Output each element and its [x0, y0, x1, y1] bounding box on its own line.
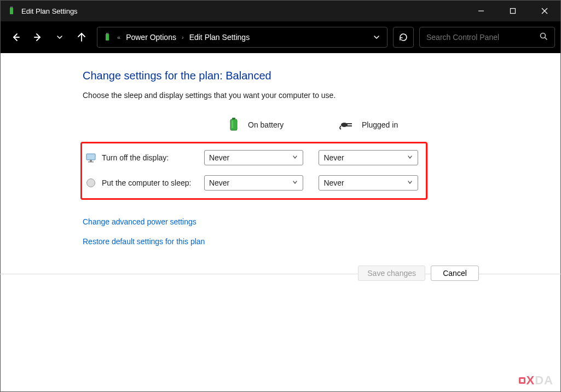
svg-rect-23 — [88, 162, 94, 163]
column-headers: On battery Plugged in — [192, 115, 560, 134]
app-icon — [7, 7, 16, 15]
links-section: Change advanced power settings Restore d… — [83, 217, 560, 246]
address-dropdown-button[interactable] — [372, 32, 381, 42]
display-battery-dropdown[interactable]: Never — [204, 150, 304, 165]
column-plugged-in: Plugged in — [339, 115, 443, 134]
arrow-up-icon — [77, 32, 86, 42]
svg-rect-2 — [12, 7, 13, 8]
sleep-battery-dropdown[interactable]: Never — [204, 175, 304, 191]
forward-button[interactable] — [28, 27, 48, 47]
minimize-icon — [478, 8, 484, 14]
setting-row-display: Turn off the display: Never Never — [85, 150, 418, 165]
svg-rect-17 — [232, 120, 233, 128]
svg-line-14 — [545, 38, 547, 40]
monitor-icon — [85, 152, 96, 163]
window-title: Edit Plan Settings — [21, 7, 465, 15]
chevron-down-icon — [56, 33, 63, 41]
highlight-box: Turn off the display: Never Never Put th… — [80, 142, 427, 200]
watermark: XDA — [519, 373, 553, 388]
svg-rect-19 — [346, 123, 352, 124]
chevron-down-icon — [292, 178, 298, 187]
svg-rect-10 — [106, 34, 109, 41]
close-icon — [541, 8, 548, 14]
sleep-plugged-value: Never — [323, 178, 344, 187]
moon-icon — [85, 177, 96, 188]
advanced-settings-link[interactable]: Change advanced power settings — [83, 217, 560, 226]
svg-rect-22 — [90, 160, 92, 162]
cancel-button[interactable]: Cancel — [431, 266, 479, 281]
watermark-box-icon — [519, 377, 525, 384]
refresh-icon — [398, 32, 408, 42]
refresh-button[interactable] — [393, 27, 414, 48]
svg-rect-1 — [10, 7, 11, 8]
battery-icon — [225, 115, 242, 134]
svg-rect-20 — [346, 125, 352, 126]
svg-rect-4 — [511, 9, 516, 14]
breadcrumb-sep0: « — [117, 34, 120, 41]
navigation-toolbar: « Power Options › Edit Plan Settings — [1, 21, 560, 53]
svg-rect-15 — [230, 119, 237, 130]
column-plugged-in-label: Plugged in — [362, 120, 398, 129]
breadcrumb-edit-plan[interactable]: Edit Plan Settings — [189, 33, 250, 42]
svg-rect-12 — [108, 33, 109, 34]
chevron-down-icon — [373, 33, 380, 41]
search-icon — [540, 32, 548, 42]
minimize-button[interactable] — [465, 1, 497, 21]
chevron-down-icon — [292, 153, 298, 162]
column-on-battery: On battery — [225, 115, 339, 134]
plug-icon — [339, 115, 356, 134]
svg-rect-0 — [10, 8, 13, 14]
recent-dropdown-button[interactable] — [50, 27, 70, 47]
maximize-icon — [510, 8, 516, 14]
search-box[interactable] — [419, 27, 555, 48]
chevron-down-icon — [407, 153, 413, 162]
arrow-right-icon — [33, 32, 43, 42]
up-button[interactable] — [72, 27, 91, 47]
setting-row-sleep: Put the computer to sleep: Never Never — [85, 175, 418, 191]
footer-buttons: Save changes Cancel — [358, 266, 479, 281]
display-battery-value: Never — [209, 153, 229, 162]
sleep-label: Put the computer to sleep: — [102, 178, 199, 187]
location-icon — [103, 33, 112, 42]
display-plugged-dropdown[interactable]: Never — [319, 150, 418, 165]
page-title: Change settings for the plan: Balanced — [83, 70, 560, 82]
restore-defaults-link[interactable]: Restore default settings for this plan — [83, 237, 560, 246]
svg-point-24 — [87, 179, 95, 187]
sleep-battery-value: Never — [209, 178, 229, 187]
page-subtitle: Choose the sleep and display settings th… — [83, 91, 560, 100]
column-on-battery-label: On battery — [248, 120, 284, 129]
save-button: Save changes — [358, 266, 425, 281]
arrow-left-icon — [11, 32, 21, 42]
breadcrumb-sep1: › — [182, 34, 184, 41]
search-input[interactable] — [426, 33, 540, 42]
maximize-button[interactable] — [497, 1, 529, 21]
window-titlebar: Edit Plan Settings — [1, 1, 560, 21]
svg-rect-21 — [86, 154, 95, 160]
display-label: Turn off the display: — [102, 153, 199, 162]
close-button[interactable] — [529, 1, 560, 21]
sleep-plugged-dropdown[interactable]: Never — [319, 175, 418, 191]
breadcrumb-power-options[interactable]: Power Options — [126, 33, 176, 42]
window-controls — [465, 1, 560, 21]
svg-rect-11 — [106, 33, 107, 34]
svg-rect-16 — [232, 118, 235, 119]
chevron-down-icon — [407, 178, 413, 187]
back-button[interactable] — [6, 27, 26, 47]
content-area: Change settings for the plan: Balanced C… — [1, 53, 560, 246]
display-plugged-value: Never — [323, 153, 344, 162]
address-bar[interactable]: « Power Options › Edit Plan Settings — [97, 27, 388, 48]
